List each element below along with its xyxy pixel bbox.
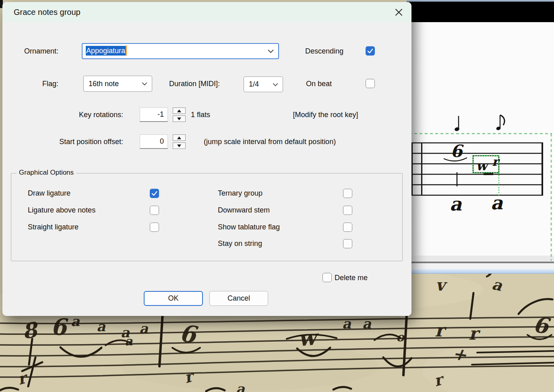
key-rotations-decrement[interactable] bbox=[173, 116, 186, 122]
duration-midi-label: Duration [MIDI]: bbox=[169, 76, 220, 92]
downward-stem-label: Downward stem bbox=[218, 206, 270, 215]
show-tablature-flag-checkbox[interactable] bbox=[343, 223, 352, 232]
manuscript-glyph: o bbox=[396, 330, 405, 344]
tablature-letter: a bbox=[450, 193, 462, 215]
manuscript-glyph: + bbox=[451, 343, 468, 365]
draw-ligature-label: Draw ligature bbox=[28, 189, 70, 198]
delete-me-checkbox[interactable] bbox=[322, 273, 332, 282]
dialog-title: Grace notes group bbox=[14, 2, 81, 22]
stay-on-string-label: Stay on string bbox=[218, 239, 262, 248]
cancel-button[interactable]: Cancel bbox=[209, 291, 268, 306]
manuscript-glyph: a bbox=[236, 381, 245, 392]
editor-toolbar-dark bbox=[407, 2, 554, 22]
text-caret bbox=[126, 45, 127, 56]
flag-combobox[interactable]: 16th note bbox=[83, 76, 152, 92]
key-rotations-input[interactable]: -1 bbox=[140, 107, 168, 122]
spin-up-icon bbox=[177, 109, 181, 112]
quarter-note-icon bbox=[454, 116, 460, 132]
on-beat-label: On beat bbox=[306, 76, 332, 92]
ternary-group-label: Ternary group bbox=[218, 189, 263, 198]
descending-label: Descending bbox=[305, 43, 343, 59]
spin-down-icon bbox=[177, 144, 181, 147]
on-beat-checkbox[interactable] bbox=[366, 79, 375, 88]
key-rotations-label: Key rotations: bbox=[19, 107, 123, 122]
show-tablature-flag-label: Show tablature flag bbox=[218, 223, 280, 232]
duration-combobox[interactable]: 1/4 bbox=[244, 76, 283, 92]
start-position-offset-label: Start position offset: bbox=[19, 134, 123, 149]
ornament-label: Ornament: bbox=[24, 43, 58, 59]
close-button[interactable] bbox=[391, 5, 406, 19]
straight-ligature-label: Straight ligature bbox=[28, 223, 79, 232]
start-offset-increment[interactable] bbox=[173, 134, 186, 141]
checkmark-icon bbox=[151, 190, 158, 197]
chevron-down-icon bbox=[273, 83, 278, 86]
chevron-down-icon bbox=[268, 50, 274, 53]
manuscript-glyph: a bbox=[97, 318, 106, 334]
manuscript-glyph: a bbox=[362, 316, 372, 332]
spin-up-icon bbox=[177, 136, 181, 139]
eighth-note-icon bbox=[496, 115, 504, 131]
duration-value: 1/4 bbox=[249, 77, 259, 92]
jump-scale-hint: (jump scale interval from default positi… bbox=[204, 134, 336, 149]
start-offset-decrement[interactable] bbox=[173, 142, 186, 149]
checkmark-icon bbox=[367, 47, 374, 54]
draw-ligature-checkbox[interactable] bbox=[150, 189, 159, 198]
pane-gap bbox=[407, 263, 554, 269]
flag-value: 16th note bbox=[89, 76, 119, 91]
ornament-combobox[interactable]: Appogiatura bbox=[82, 43, 279, 59]
flats-count-label: 1 flats bbox=[191, 107, 210, 122]
manuscript-glyph: 6 bbox=[51, 314, 68, 340]
selection-region-guides bbox=[409, 134, 552, 261]
manuscript-glyph: a bbox=[139, 320, 149, 336]
stay-on-string-checkbox[interactable] bbox=[343, 239, 352, 248]
notation-editor-pane: 6wraa bbox=[407, 0, 554, 274]
spin-down-icon bbox=[177, 118, 181, 120]
graphical-options-legend: Graphical Options bbox=[17, 169, 76, 177]
ornament-value: Appogiatura bbox=[86, 46, 126, 56]
key-rotations-increment[interactable] bbox=[173, 107, 186, 114]
close-icon bbox=[395, 8, 403, 16]
tablature-editor-canvas[interactable]: 6wraa bbox=[409, 109, 554, 262]
graphical-options-groupbox: Graphical Options Draw ligature Ligature… bbox=[11, 173, 403, 261]
ligature-above-notes-checkbox[interactable] bbox=[150, 206, 159, 215]
straight-ligature-checkbox[interactable] bbox=[150, 223, 159, 232]
ligature-above-notes-label: Ligature above notes bbox=[28, 206, 95, 215]
delete-me-label: Delete me bbox=[335, 273, 368, 283]
downward-stem-checkbox[interactable] bbox=[343, 206, 352, 215]
tablature-letter: a bbox=[491, 192, 503, 214]
ok-button[interactable]: OK bbox=[144, 291, 203, 306]
start-position-offset-input[interactable]: 0 bbox=[140, 134, 168, 149]
modify-root-key-hint: [Modify the root key] bbox=[282, 107, 369, 122]
chevron-down-icon bbox=[142, 82, 147, 85]
tablature-letter: 6 bbox=[451, 141, 464, 161]
manuscript-glyph: a bbox=[342, 316, 351, 332]
tablature-letter: w bbox=[476, 158, 490, 173]
flag-label: Flag: bbox=[42, 76, 58, 92]
facsimile-header-strip bbox=[407, 269, 554, 274]
ternary-group-checkbox[interactable] bbox=[343, 189, 352, 198]
grace-notes-group-dialog: Grace notes group Ornament: Appogiatura … bbox=[2, 2, 411, 316]
descending-checkbox[interactable] bbox=[366, 46, 375, 56]
app-window: 86aaaaa6rrv’awaaorr+r6a bbox=[0, 0, 554, 392]
dialog-titlebar[interactable]: Grace notes group bbox=[2, 2, 411, 22]
manuscript-glyph: a bbox=[125, 334, 133, 348]
